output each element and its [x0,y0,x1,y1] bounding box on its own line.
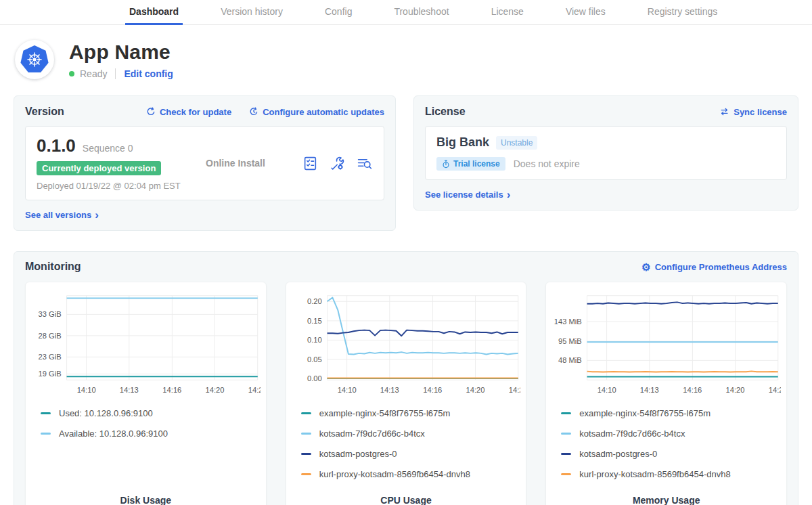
legend-item: example-nginx-54f8f76755-l675m [561,408,781,418]
legend-item: kurl-proxy-kotsadm-8569fb6454-dnvh8 [301,469,521,479]
legend-item: kotsadm-postgres-0 [301,449,521,459]
version-card: Version Check for update Configure autom… [14,95,396,231]
legend-color-dash-icon [301,412,311,414]
ready-status-dot-icon [69,71,74,76]
svg-text:14:16: 14:16 [423,386,442,394]
legend-color-dash-icon [561,412,571,414]
tab-version-history[interactable]: Version history [217,0,287,25]
legend-label: example-nginx-54f8f76755-l675m [579,408,710,418]
svg-text:48 MiB: 48 MiB [558,356,582,364]
view-logs-icon[interactable] [357,156,373,171]
svg-text:0.05: 0.05 [307,355,322,364]
tab-config[interactable]: Config [321,0,356,25]
svg-text:14:13: 14:13 [640,386,659,394]
refresh-icon [146,107,156,116]
version-card-title: Version [25,106,64,118]
config-wrench-icon[interactable] [330,156,345,171]
see-all-versions-link[interactable]: See all versions › [25,209,99,221]
cpu-usage-legend: example-nginx-54f8f76755-l675mkotsadm-7f… [301,408,521,489]
legend-label: Available: 10.128.0.96:9100 [59,429,168,439]
currently-deployed-badge: Currently deployed version [37,161,161,175]
current-version-card: 0.1.0 Sequence 0 Currently deployed vers… [25,126,384,200]
legend-color-dash-icon [561,433,571,435]
legend-label: Used: 10.128.0.96:9100 [59,408,153,418]
legend-color-dash-icon [301,473,311,475]
legend-color-dash-icon [301,453,311,455]
legend-color-dash-icon [41,412,51,414]
svg-text:14:16: 14:16 [683,386,702,394]
chart-title: Disk Usage [31,489,261,505]
memory-usage-legend: example-nginx-54f8f76755-l675mkotsadm-7f… [561,408,781,489]
svg-text:23 GiB: 23 GiB [39,353,62,361]
chart-title: CPU Usage [292,489,521,505]
svg-text:14:20: 14:20 [206,386,225,394]
svg-text:0.00: 0.00 [307,374,322,382]
app-status-text: Ready [80,68,107,79]
svg-text:28 GiB: 28 GiB [39,332,62,340]
svg-text:14:20: 14:20 [466,386,484,394]
kubernetes-logo-icon [15,40,54,79]
memory-usage-chart: 48 MiB95 MiB143 MiB14:1014:1314:1614:201… [551,289,781,399]
svg-text:0.10: 0.10 [307,336,322,344]
svg-text:95 MiB: 95 MiB [558,337,582,345]
channel-badge: Unstable [496,136,537,150]
svg-text:14:23: 14:23 [769,386,781,394]
sync-license-button[interactable]: Sync license [719,107,787,117]
legend-color-dash-icon [561,473,571,475]
chart-title: Memory Usage [551,489,781,505]
configure-prometheus-button[interactable]: ⚙ Configure Prometheus Address [641,262,787,272]
license-card-title: License [425,106,466,118]
cpu-usage-chart: 0.000.050.100.150.2014:1014:1314:1614:20… [292,289,521,399]
tab-registry-settings[interactable]: Registry settings [644,0,721,25]
preflight-checks-icon[interactable] [302,156,318,171]
svg-text:14:10: 14:10 [597,386,616,394]
legend-item: kotsadm-postgres-0 [561,449,781,459]
check-for-update-button[interactable]: Check for update [146,107,231,117]
svg-text:14:23: 14:23 [508,386,520,394]
svg-text:14:13: 14:13 [380,386,399,394]
cpu-usage-card: 0.000.050.100.150.2014:1014:1314:1614:20… [286,282,527,505]
svg-text:14:13: 14:13 [120,386,139,394]
svg-text:14:10: 14:10 [337,386,356,394]
clock-refresh-icon [249,107,258,116]
disk-usage-chart: 19 GiB23 GiB28 GiB33 GiB14:1014:1314:161… [31,289,261,399]
app-header: App Name Ready Edit config [0,25,812,79]
tab-troubleshoot[interactable]: Troubleshoot [390,0,453,25]
tab-view-files[interactable]: View files [562,0,610,25]
edit-config-link[interactable]: Edit config [124,68,173,79]
see-license-details-link[interactable]: See license details › [425,189,510,200]
license-details-card: Big Bank Unstable Trial license Does not… [425,126,787,180]
version-sequence: Sequence 0 [83,143,133,154]
svg-text:14:16: 14:16 [162,386,181,394]
legend-item: kurl-proxy-kotsadm-8569fb6454-dnvh8 [561,469,781,479]
configure-automatic-updates-button[interactable]: Configure automatic updates [249,107,384,117]
svg-text:0.15: 0.15 [307,317,322,325]
legend-item: Used: 10.128.0.96:9100 [41,408,261,418]
chevron-right-icon: › [507,189,511,200]
svg-text:0.20: 0.20 [307,297,322,305]
trial-license-badge: Trial license [436,157,505,171]
monitoring-panel: Monitoring ⚙ Configure Prometheus Addres… [14,251,798,505]
sync-arrows-icon [719,107,729,116]
tab-dashboard[interactable]: Dashboard [125,0,183,25]
gear-icon: ⚙ [641,262,650,272]
svg-text:14:23: 14:23 [248,386,261,394]
top-nav: Dashboard Version history Config Trouble… [0,0,812,25]
legend-item: Available: 10.128.0.96:9100 [41,429,261,439]
page-title: App Name [69,41,173,64]
legend-label: kotsadm-postgres-0 [319,449,397,459]
deployed-timestamp: Deployed 01/19/22 @ 02:04 pm EST [37,181,206,191]
legend-label: kurl-proxy-kotsadm-8569fb6454-dnvh8 [579,469,730,479]
svg-text:19 GiB: 19 GiB [39,370,62,378]
legend-label: kotsadm-7f9dc7d66c-b4tcx [319,429,425,439]
legend-item: example-nginx-54f8f76755-l675m [301,408,521,418]
legend-color-dash-icon [41,433,51,435]
version-number: 0.1.0 [37,135,76,156]
legend-label: kotsadm-7f9dc7d66c-b4tcx [579,429,685,439]
svg-text:143 MiB: 143 MiB [554,317,582,326]
svg-text:14:10: 14:10 [77,386,96,394]
license-expiry-text: Does not expire [514,158,580,169]
tab-license[interactable]: License [487,0,528,25]
legend-label: example-nginx-54f8f76755-l675m [319,408,451,418]
memory-usage-card: 48 MiB95 MiB143 MiB14:1014:1314:1614:201… [545,282,787,505]
